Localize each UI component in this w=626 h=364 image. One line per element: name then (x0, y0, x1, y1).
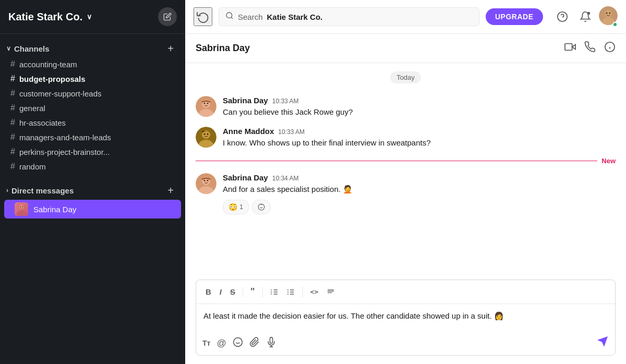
unordered-list-icon (287, 288, 295, 296)
message-input[interactable]: At least it made the decision easier for… (196, 304, 615, 331)
chevron-right-icon: › (6, 187, 8, 194)
send-button[interactable] (596, 335, 609, 351)
avatar-image (196, 173, 216, 194)
edit-button[interactable] (158, 7, 177, 26)
emoji-icon (233, 337, 243, 347)
strikethrough-button[interactable]: S (227, 285, 238, 298)
add-channel-button[interactable]: + (164, 42, 177, 55)
topbar: Search Katie Stark Co. UPGRADE (185, 0, 626, 34)
dm-section-header[interactable]: › Direct messages + (0, 182, 185, 199)
svg-marker-15 (572, 44, 575, 49)
code-button[interactable]: <> (307, 286, 322, 298)
search-icon-svg (225, 11, 234, 20)
dm-section: › Direct messages + Sabrina Day (0, 182, 185, 219)
table-row: Anne Maddox 10:33 AM I know. Who shows u… (196, 123, 616, 153)
channel-item-perkins-project[interactable]: # perkins-project-brainstor... (0, 144, 185, 159)
avatar-image (196, 127, 216, 148)
new-label: New (601, 157, 616, 165)
video-icon (564, 41, 576, 53)
help-button[interactable] (553, 7, 572, 26)
toolbar-divider (262, 287, 263, 297)
blockquote-button[interactable]: " (247, 284, 258, 299)
hash-icon: # (10, 162, 15, 171)
text-format-button[interactable]: Tт (202, 339, 210, 347)
unordered-list-button[interactable] (284, 286, 298, 298)
composer-toolbar: B I S " 1. 2. 3. (196, 280, 615, 304)
chat-header-icons (564, 41, 616, 55)
workspace-name: Katie Stark Co. (8, 11, 82, 23)
svg-point-29 (207, 133, 209, 135)
add-dm-button[interactable]: + (164, 184, 177, 197)
message-header: Anne Maddox 10:33 AM (223, 127, 616, 136)
svg-point-54 (233, 337, 242, 346)
notifications-button[interactable] (576, 7, 595, 26)
channel-item-budget-proposals[interactable]: # budget-proposals (0, 71, 185, 86)
sidebar-header: Katie Stark Co. ∨ (0, 0, 185, 34)
messages-list: Today Sabrina D (185, 63, 626, 273)
reaction-button[interactable]: 😳 1 (223, 200, 249, 214)
dm-item-sabrina-day[interactable]: Sabrina Day (4, 200, 181, 219)
workspace-title-button[interactable]: Katie Stark Co. ∨ (8, 11, 92, 23)
emoji-button[interactable] (233, 337, 243, 350)
svg-point-48 (287, 289, 288, 290)
channel-item-accounting-team[interactable]: # accounting-team (0, 57, 185, 71)
channel-item-managers-and-team-leads[interactable]: # managers-and-team-leads (0, 130, 185, 144)
avatar (196, 127, 216, 148)
attachment-button[interactable] (249, 337, 260, 350)
toolbar-divider (243, 287, 243, 297)
channel-item-random[interactable]: # random (0, 159, 185, 174)
svg-point-49 (287, 292, 288, 293)
hash-icon: # (10, 89, 15, 98)
bold-button[interactable]: B (202, 285, 214, 298)
svg-point-28 (204, 133, 206, 135)
sidebar-content: ∨ Channels + # accounting-team # budget-… (0, 34, 185, 364)
info-button[interactable] (604, 41, 616, 55)
hash-icon: # (10, 132, 15, 142)
message-text: I know. Who shows up to their final inte… (223, 137, 616, 149)
microphone-icon (266, 337, 276, 347)
search-bar[interactable]: Search Katie Stark Co. (219, 7, 479, 26)
hash-icon: # (10, 147, 15, 156)
chat-title: Sabrina Day (196, 43, 250, 54)
channels-section-label: ∨ Channels (6, 44, 50, 53)
channel-item-customer-support-leads[interactable]: # customer-support-leads (0, 86, 185, 101)
bell-icon (580, 11, 591, 22)
hash-icon: # (10, 103, 15, 113)
divider-line (196, 161, 597, 161)
svg-text:3.: 3. (270, 292, 272, 295)
avatar (196, 173, 216, 194)
history-button[interactable] (194, 7, 212, 26)
channel-item-general[interactable]: # general (0, 101, 185, 115)
reaction-count: 1 (239, 203, 243, 211)
phone-call-button[interactable] (584, 41, 596, 55)
table-row: Sabrina Day 10:33 AM Can you believe thi… (196, 92, 616, 123)
channel-item-hr-associates[interactable]: # hr-associates (0, 115, 185, 130)
ordered-list-button[interactable]: 1. 2. 3. (267, 286, 282, 298)
message-composer: B I S " 1. 2. 3. (196, 280, 616, 356)
chevron-down-icon: ∨ (87, 13, 92, 21)
user-avatar[interactable] (599, 6, 618, 27)
code-block-button[interactable] (323, 286, 338, 298)
date-divider: Today (196, 63, 616, 92)
upgrade-button[interactable]: UPGRADE (486, 8, 543, 25)
svg-point-34 (207, 180, 209, 181)
add-reaction-button[interactable] (252, 200, 271, 214)
channels-section-header[interactable]: ∨ Channels + (0, 40, 185, 57)
svg-point-33 (204, 180, 206, 181)
mention-button[interactable]: @ (216, 338, 226, 349)
info-icon (604, 41, 616, 53)
message-header: Sabrina Day 10:33 AM (223, 96, 616, 105)
video-call-button[interactable] (564, 41, 576, 55)
message-text: Can you believe this Jack Rowe guy? (223, 106, 616, 118)
avatar-image (196, 96, 216, 117)
hash-icon: # (10, 74, 15, 83)
paperclip-icon (249, 337, 260, 347)
svg-point-14 (609, 13, 611, 14)
italic-button[interactable]: I (216, 285, 225, 298)
composer-footer: Tт @ (196, 331, 615, 355)
svg-point-4 (22, 206, 23, 207)
toolbar-divider (303, 287, 303, 297)
main-content: Search Katie Stark Co. UPGRADE (185, 0, 626, 364)
new-messages-divider: New (196, 157, 616, 165)
voice-button[interactable] (266, 337, 276, 350)
